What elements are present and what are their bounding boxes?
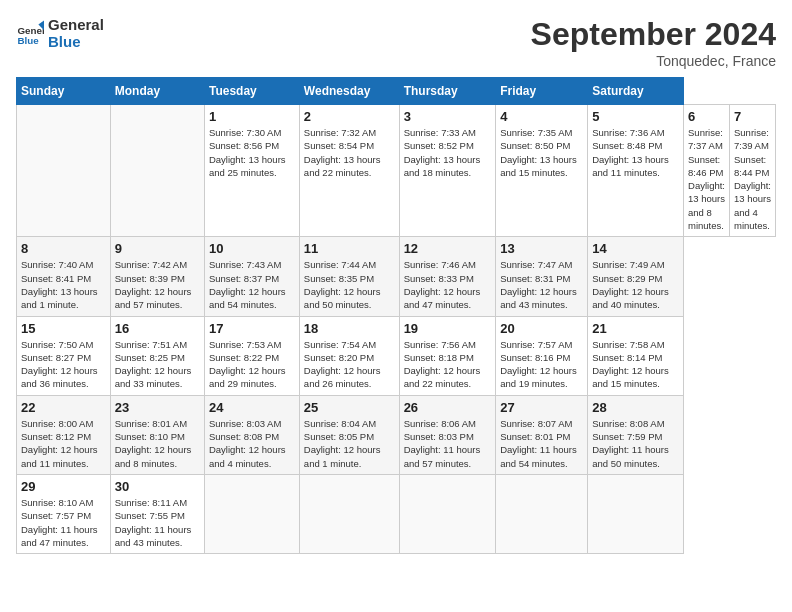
sunrise-text: Sunrise: 7:56 AM <box>404 338 492 351</box>
sunrise-text: Sunrise: 8:00 AM <box>21 417 106 430</box>
day-info: Sunrise: 7:39 AM Sunset: 8:44 PM Dayligh… <box>734 126 771 232</box>
sunset-text: Sunset: 8:46 PM <box>688 153 725 180</box>
day-info: Sunrise: 7:57 AM Sunset: 8:16 PM Dayligh… <box>500 338 583 391</box>
sunrise-text: Sunrise: 7:30 AM <box>209 126 295 139</box>
sunset-text: Sunset: 8:50 PM <box>500 139 583 152</box>
daylight-text: Daylight: 12 hours and 57 minutes. <box>115 285 200 312</box>
day-number: 23 <box>115 400 200 415</box>
logo: General Blue General Blue <box>16 16 104 50</box>
day-cell-2: 2 Sunrise: 7:32 AM Sunset: 8:54 PM Dayli… <box>299 105 399 237</box>
sunset-text: Sunset: 8:48 PM <box>592 139 679 152</box>
day-header-monday: Monday <box>110 78 204 105</box>
logo-line2: Blue <box>48 33 104 50</box>
daylight-text: Daylight: 11 hours and 50 minutes. <box>592 443 679 470</box>
daylight-text: Daylight: 13 hours and 11 minutes. <box>592 153 679 180</box>
day-info: Sunrise: 7:51 AM Sunset: 8:25 PM Dayligh… <box>115 338 200 391</box>
day-info: Sunrise: 8:10 AM Sunset: 7:57 PM Dayligh… <box>21 496 106 549</box>
day-info: Sunrise: 8:11 AM Sunset: 7:55 PM Dayligh… <box>115 496 200 549</box>
sunset-text: Sunset: 8:52 PM <box>404 139 492 152</box>
day-info: Sunrise: 7:36 AM Sunset: 8:48 PM Dayligh… <box>592 126 679 179</box>
sunrise-text: Sunrise: 8:07 AM <box>500 417 583 430</box>
day-cell-24: 24 Sunrise: 8:03 AM Sunset: 8:08 PM Dayl… <box>204 395 299 474</box>
sunrise-text: Sunrise: 7:54 AM <box>304 338 395 351</box>
daylight-text: Daylight: 13 hours and 8 minutes. <box>688 179 725 232</box>
day-number: 12 <box>404 241 492 256</box>
day-cell-29: 29 Sunrise: 8:10 AM Sunset: 7:57 PM Dayl… <box>17 474 111 553</box>
month-title: September 2024 <box>531 16 776 53</box>
sunset-text: Sunset: 8:10 PM <box>115 430 200 443</box>
day-cell-15: 15 Sunrise: 7:50 AM Sunset: 8:27 PM Dayl… <box>17 316 111 395</box>
daylight-text: Daylight: 12 hours and 29 minutes. <box>209 364 295 391</box>
sunrise-text: Sunrise: 7:36 AM <box>592 126 679 139</box>
sunset-text: Sunset: 8:01 PM <box>500 430 583 443</box>
daylight-text: Daylight: 11 hours and 57 minutes. <box>404 443 492 470</box>
calendar-week-2: 8 Sunrise: 7:40 AM Sunset: 8:41 PM Dayli… <box>17 237 776 316</box>
sunset-text: Sunset: 7:55 PM <box>115 509 200 522</box>
sunset-text: Sunset: 7:59 PM <box>592 430 679 443</box>
day-cell-10: 10 Sunrise: 7:43 AM Sunset: 8:37 PM Dayl… <box>204 237 299 316</box>
day-info: Sunrise: 7:30 AM Sunset: 8:56 PM Dayligh… <box>209 126 295 179</box>
day-number: 8 <box>21 241 106 256</box>
daylight-text: Daylight: 13 hours and 15 minutes. <box>500 153 583 180</box>
sunset-text: Sunset: 8:03 PM <box>404 430 492 443</box>
day-info: Sunrise: 7:35 AM Sunset: 8:50 PM Dayligh… <box>500 126 583 179</box>
svg-text:Blue: Blue <box>17 35 39 46</box>
day-cell-22: 22 Sunrise: 8:00 AM Sunset: 8:12 PM Dayl… <box>17 395 111 474</box>
daylight-text: Daylight: 12 hours and 22 minutes. <box>404 364 492 391</box>
day-number: 13 <box>500 241 583 256</box>
day-info: Sunrise: 7:56 AM Sunset: 8:18 PM Dayligh… <box>404 338 492 391</box>
empty-cell <box>588 474 684 553</box>
day-number: 21 <box>592 321 679 336</box>
day-number: 11 <box>304 241 395 256</box>
sunset-text: Sunset: 8:12 PM <box>21 430 106 443</box>
day-header-wednesday: Wednesday <box>299 78 399 105</box>
day-info: Sunrise: 8:08 AM Sunset: 7:59 PM Dayligh… <box>592 417 679 470</box>
daylight-text: Daylight: 12 hours and 40 minutes. <box>592 285 679 312</box>
day-cell-12: 12 Sunrise: 7:46 AM Sunset: 8:33 PM Dayl… <box>399 237 496 316</box>
day-info: Sunrise: 7:50 AM Sunset: 8:27 PM Dayligh… <box>21 338 106 391</box>
sunset-text: Sunset: 8:39 PM <box>115 272 200 285</box>
day-header-saturday: Saturday <box>588 78 684 105</box>
day-info: Sunrise: 7:44 AM Sunset: 8:35 PM Dayligh… <box>304 258 395 311</box>
location-subtitle: Tonquedec, France <box>531 53 776 69</box>
sunrise-text: Sunrise: 8:01 AM <box>115 417 200 430</box>
daylight-text: Daylight: 12 hours and 15 minutes. <box>592 364 679 391</box>
sunrise-text: Sunrise: 7:39 AM <box>734 126 771 153</box>
day-cell-27: 27 Sunrise: 8:07 AM Sunset: 8:01 PM Dayl… <box>496 395 588 474</box>
day-number: 18 <box>304 321 395 336</box>
empty-cell <box>299 474 399 553</box>
calendar-week-4: 22 Sunrise: 8:00 AM Sunset: 8:12 PM Dayl… <box>17 395 776 474</box>
daylight-text: Daylight: 12 hours and 33 minutes. <box>115 364 200 391</box>
title-block: September 2024 Tonquedec, France <box>531 16 776 69</box>
day-info: Sunrise: 8:03 AM Sunset: 8:08 PM Dayligh… <box>209 417 295 470</box>
day-info: Sunrise: 7:47 AM Sunset: 8:31 PM Dayligh… <box>500 258 583 311</box>
sunrise-text: Sunrise: 7:50 AM <box>21 338 106 351</box>
daylight-text: Daylight: 12 hours and 50 minutes. <box>304 285 395 312</box>
sunset-text: Sunset: 8:35 PM <box>304 272 395 285</box>
day-number: 2 <box>304 109 395 124</box>
day-cell-5: 5 Sunrise: 7:36 AM Sunset: 8:48 PM Dayli… <box>588 105 684 237</box>
day-header-sunday: Sunday <box>17 78 111 105</box>
day-number: 19 <box>404 321 492 336</box>
calendar-week-5: 29 Sunrise: 8:10 AM Sunset: 7:57 PM Dayl… <box>17 474 776 553</box>
day-number: 9 <box>115 241 200 256</box>
sunrise-text: Sunrise: 8:03 AM <box>209 417 295 430</box>
sunset-text: Sunset: 8:05 PM <box>304 430 395 443</box>
sunrise-text: Sunrise: 8:10 AM <box>21 496 106 509</box>
sunset-text: Sunset: 7:57 PM <box>21 509 106 522</box>
sunrise-text: Sunrise: 7:44 AM <box>304 258 395 271</box>
sunset-text: Sunset: 8:29 PM <box>592 272 679 285</box>
day-number: 27 <box>500 400 583 415</box>
day-info: Sunrise: 7:37 AM Sunset: 8:46 PM Dayligh… <box>688 126 725 232</box>
sunrise-text: Sunrise: 8:06 AM <box>404 417 492 430</box>
sunrise-text: Sunrise: 8:11 AM <box>115 496 200 509</box>
day-number: 22 <box>21 400 106 415</box>
day-cell-16: 16 Sunrise: 7:51 AM Sunset: 8:25 PM Dayl… <box>110 316 204 395</box>
daylight-text: Daylight: 13 hours and 25 minutes. <box>209 153 295 180</box>
day-number: 10 <box>209 241 295 256</box>
calendar-week-1: 1 Sunrise: 7:30 AM Sunset: 8:56 PM Dayli… <box>17 105 776 237</box>
day-cell-8: 8 Sunrise: 7:40 AM Sunset: 8:41 PM Dayli… <box>17 237 111 316</box>
day-cell-19: 19 Sunrise: 7:56 AM Sunset: 8:18 PM Dayl… <box>399 316 496 395</box>
sunset-text: Sunset: 8:31 PM <box>500 272 583 285</box>
empty-cell <box>399 474 496 553</box>
